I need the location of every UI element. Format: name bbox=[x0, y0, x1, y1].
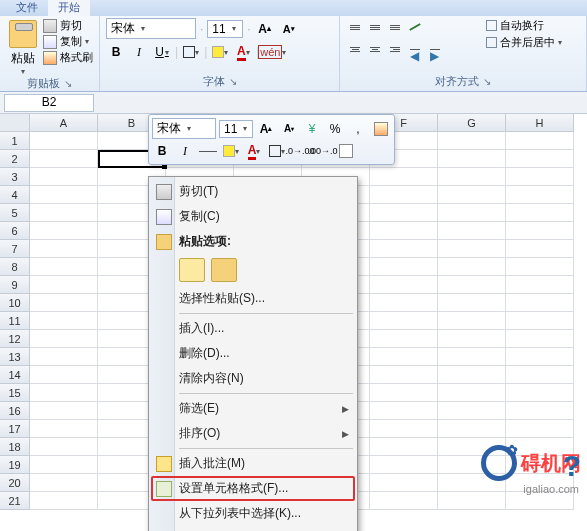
cell[interactable] bbox=[370, 276, 438, 294]
mini-font-color[interactable]: A▾ bbox=[244, 141, 264, 161]
underline-button[interactable]: U▾ bbox=[152, 42, 172, 62]
cell[interactable] bbox=[438, 402, 506, 420]
row-header-1[interactable]: 1 bbox=[0, 132, 30, 150]
fill-color-button[interactable]: ▾ bbox=[210, 42, 230, 62]
ctx-paste-special[interactable]: 选择性粘贴(S)... bbox=[151, 286, 355, 311]
cell[interactable] bbox=[438, 258, 506, 276]
cell[interactable] bbox=[506, 312, 574, 330]
font-name-select[interactable]: 宋体▾ bbox=[106, 18, 196, 39]
cell[interactable] bbox=[370, 186, 438, 204]
mini-increase-decimal[interactable]: .0→.00 bbox=[290, 141, 310, 161]
row-header-15[interactable]: 15 bbox=[0, 384, 30, 402]
mini-decrease-decimal[interactable]: .00→.0 bbox=[313, 141, 333, 161]
mini-font-name[interactable]: 宋体▾ bbox=[152, 118, 216, 139]
cell[interactable] bbox=[438, 132, 506, 150]
row-header-2[interactable]: 2 bbox=[0, 150, 30, 168]
cell[interactable] bbox=[506, 348, 574, 366]
ctx-clear-contents[interactable]: 清除内容(N) bbox=[151, 366, 355, 391]
row-header-3[interactable]: 3 bbox=[0, 168, 30, 186]
cell[interactable] bbox=[30, 312, 98, 330]
mini-fill-color[interactable]: ▾ bbox=[221, 141, 241, 161]
mini-align-center[interactable] bbox=[198, 141, 218, 161]
col-header-G[interactable]: G bbox=[438, 114, 506, 132]
mini-font-size[interactable]: 11▾ bbox=[219, 120, 253, 138]
cell[interactable] bbox=[506, 438, 574, 456]
cell[interactable] bbox=[506, 276, 574, 294]
cell[interactable] bbox=[30, 474, 98, 492]
align-bottom-button[interactable] bbox=[386, 18, 404, 36]
cell[interactable] bbox=[370, 384, 438, 402]
dialog-launcher-icon[interactable]: ↘ bbox=[64, 78, 72, 89]
cell[interactable] bbox=[30, 240, 98, 258]
name-box[interactable]: B2 bbox=[4, 94, 94, 112]
grow-font-button[interactable]: A▴ bbox=[255, 19, 275, 39]
decrease-indent-button[interactable]: ◀ bbox=[406, 40, 424, 58]
cell[interactable] bbox=[30, 168, 98, 186]
row-header-8[interactable]: 8 bbox=[0, 258, 30, 276]
align-middle-button[interactable] bbox=[366, 18, 384, 36]
cell[interactable] bbox=[30, 186, 98, 204]
ctx-copy[interactable]: 复制(C) bbox=[151, 204, 355, 229]
cell[interactable] bbox=[370, 474, 438, 492]
cell[interactable] bbox=[438, 276, 506, 294]
cell[interactable] bbox=[438, 438, 506, 456]
cell[interactable] bbox=[506, 366, 574, 384]
cell[interactable] bbox=[506, 492, 574, 510]
ctx-format-cells[interactable]: 设置单元格格式(F)... bbox=[151, 476, 355, 501]
ctx-show-phonetic[interactable]: wén显示拼音字段(S) bbox=[151, 526, 355, 531]
cell[interactable] bbox=[30, 402, 98, 420]
row-header-4[interactable]: 4 bbox=[0, 186, 30, 204]
cell[interactable] bbox=[370, 438, 438, 456]
cell[interactable] bbox=[506, 132, 574, 150]
cell[interactable] bbox=[438, 330, 506, 348]
row-header-14[interactable]: 14 bbox=[0, 366, 30, 384]
shrink-font-button[interactable]: A▾ bbox=[279, 19, 299, 39]
cell[interactable] bbox=[370, 330, 438, 348]
row-header-19[interactable]: 19 bbox=[0, 456, 30, 474]
cell[interactable] bbox=[370, 222, 438, 240]
ctx-pick-from-list[interactable]: 从下拉列表中选择(K)... bbox=[151, 501, 355, 526]
dialog-launcher-icon[interactable]: ↘ bbox=[483, 76, 491, 87]
cell[interactable] bbox=[438, 294, 506, 312]
borders-button[interactable]: ▾ bbox=[181, 42, 201, 62]
cell[interactable] bbox=[506, 186, 574, 204]
ctx-insert[interactable]: 插入(I)... bbox=[151, 316, 355, 341]
cell[interactable] bbox=[30, 276, 98, 294]
row-header-17[interactable]: 17 bbox=[0, 420, 30, 438]
mini-shrink-font[interactable]: A▾ bbox=[279, 119, 299, 139]
cell[interactable] bbox=[30, 456, 98, 474]
mini-merge[interactable] bbox=[336, 141, 356, 161]
ctx-filter[interactable]: 筛选(E)▶ bbox=[151, 396, 355, 421]
cell[interactable] bbox=[438, 492, 506, 510]
cell[interactable] bbox=[438, 222, 506, 240]
align-center-button[interactable] bbox=[366, 40, 384, 58]
cell[interactable] bbox=[30, 420, 98, 438]
merge-center-button[interactable]: 合并后居中▾ bbox=[486, 35, 562, 50]
align-top-button[interactable] bbox=[346, 18, 364, 36]
cell[interactable] bbox=[30, 348, 98, 366]
cell[interactable] bbox=[370, 492, 438, 510]
cell[interactable] bbox=[438, 312, 506, 330]
paste-option-values[interactable] bbox=[211, 258, 237, 282]
cell[interactable] bbox=[30, 294, 98, 312]
cell[interactable] bbox=[370, 168, 438, 186]
wrap-text-button[interactable]: 自动换行 bbox=[486, 18, 562, 33]
cell[interactable] bbox=[506, 258, 574, 276]
ctx-delete[interactable]: 删除(D)... bbox=[151, 341, 355, 366]
mini-italic[interactable]: I bbox=[175, 141, 195, 161]
ctx-cut[interactable]: 剪切(T) bbox=[151, 179, 355, 204]
row-header-10[interactable]: 10 bbox=[0, 294, 30, 312]
cell[interactable] bbox=[30, 204, 98, 222]
cell[interactable] bbox=[506, 222, 574, 240]
cell[interactable] bbox=[30, 132, 98, 150]
mini-bold[interactable]: B bbox=[152, 141, 172, 161]
cell[interactable] bbox=[370, 456, 438, 474]
cell[interactable] bbox=[30, 384, 98, 402]
col-header-A[interactable]: A bbox=[30, 114, 98, 132]
copy-button[interactable]: 复制▾ bbox=[43, 34, 93, 49]
cell[interactable] bbox=[370, 402, 438, 420]
cell[interactable] bbox=[30, 366, 98, 384]
mini-grow-font[interactable]: A▴ bbox=[256, 119, 276, 139]
cell[interactable] bbox=[506, 420, 574, 438]
mini-currency[interactable]: ¥ bbox=[302, 119, 322, 139]
